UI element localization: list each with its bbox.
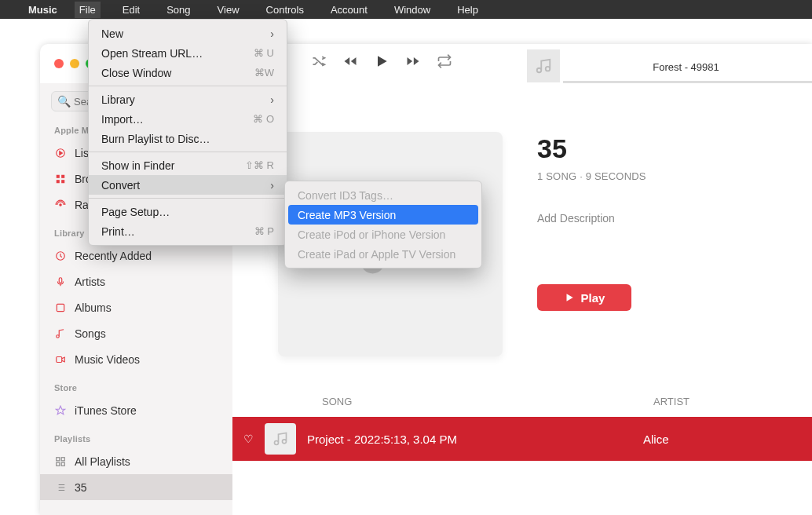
music-grid-icon	[54, 173, 67, 184]
sidebar-section-header: Store	[40, 378, 232, 397]
sidebar-item-label: Artists	[75, 276, 105, 288]
file-menu-item[interactable]: New›	[89, 24, 287, 43]
grid-icon	[54, 456, 67, 467]
sidebar-item-label: Music Videos	[75, 353, 140, 366]
content-area: 35 1 SONG · 9 SECONDS Add Description Pl…	[232, 83, 812, 515]
svg-rect-13	[61, 462, 64, 466]
table-header: SONG ARTIST	[232, 396, 812, 417]
svg-rect-12	[57, 462, 60, 466]
app-name[interactable]: Music	[28, 4, 57, 16]
file-menu-item[interactable]: Library›	[89, 89, 287, 109]
svg-rect-9	[57, 356, 62, 362]
window-close-button[interactable]	[54, 59, 64, 68]
sidebar-item[interactable]: 35	[40, 474, 232, 500]
menu-controls[interactable]: Controls	[262, 2, 309, 18]
menu-song[interactable]: Song	[162, 2, 195, 18]
sidebar-item-label: Songs	[75, 327, 106, 340]
album-description[interactable]: Add Description	[537, 212, 646, 225]
mic-icon	[54, 276, 67, 287]
svg-point-5	[60, 203, 61, 205]
convert-submenu-item: Create iPod or iPhone Version	[285, 225, 481, 244]
table-row[interactable]: ♡ Project - 2022:5:13, 3.04 PM Alice	[232, 417, 812, 461]
svg-rect-8	[57, 304, 64, 311]
search-icon: 🔍	[57, 95, 71, 108]
sidebar-item[interactable]: All Playlists	[40, 448, 232, 474]
menu-view[interactable]: View	[213, 2, 244, 18]
play-button[interactable]: Play	[537, 284, 631, 311]
file-menu-item[interactable]: Open Stream URL…⌘ U	[89, 43, 287, 63]
list-icon	[54, 482, 67, 493]
file-menu-item[interactable]: Convert›	[89, 175, 287, 195]
play-button-label: Play	[581, 291, 605, 305]
sidebar-item[interactable]: Songs	[40, 320, 232, 346]
col-header-song[interactable]: SONG	[322, 396, 653, 407]
sidebar-item[interactable]: Albums	[40, 294, 232, 320]
play-circle-icon	[54, 148, 67, 159]
now-playing-title: Forest - 49981	[560, 55, 812, 73]
svg-rect-4	[61, 180, 64, 183]
file-menu-item[interactable]: Import…⌘ O	[89, 109, 287, 129]
clock-icon	[54, 250, 67, 261]
file-menu-dropdown: New›Open Stream URL…⌘ UClose Window⌘WLib…	[88, 19, 287, 246]
window-minimize-button[interactable]	[70, 59, 79, 68]
sidebar-item[interactable]: Music Videos	[40, 346, 232, 372]
convert-submenu-item: Convert ID3 Tags…	[285, 185, 481, 205]
sidebar-section-header: Playlists	[40, 429, 232, 448]
svg-rect-11	[61, 457, 64, 460]
album-icon	[54, 302, 67, 313]
playback-controls	[311, 53, 452, 69]
file-menu-item[interactable]: Close Window⌘W	[89, 63, 287, 82]
convert-submenu: Convert ID3 Tags…Create MP3 VersionCreat…	[284, 181, 482, 268]
svg-rect-3	[57, 180, 60, 183]
svg-rect-10	[57, 457, 60, 460]
svg-rect-7	[59, 277, 62, 282]
star-icon	[54, 405, 67, 416]
album-info: 35 1 SONG · 9 SECONDS Add Description Pl…	[537, 132, 646, 311]
rewind-icon[interactable]	[342, 53, 358, 69]
convert-submenu-item: Create iPad or Apple TV Version	[285, 244, 481, 264]
sidebar-item-label: Recently Added	[75, 250, 152, 262]
sidebar-item[interactable]: Artists	[40, 268, 232, 294]
menubar: Music File Edit Song View Controls Accou…	[0, 0, 812, 19]
sidebar-item-label: All Playlists	[75, 455, 130, 468]
col-header-artist[interactable]: ARTIST	[653, 396, 689, 407]
file-menu-item[interactable]: Page Setup…	[89, 202, 287, 221]
album-subtitle: 1 SONG · 9 SECONDS	[537, 170, 646, 182]
sidebar-item-label: Albums	[75, 301, 112, 314]
track-table: SONG ARTIST ♡ Project - 2022:5:13, 3.04 …	[232, 396, 812, 461]
now-playing-artwork[interactable]	[527, 49, 560, 82]
sidebar-item-label: iTunes Store	[75, 404, 137, 417]
note-icon	[54, 328, 67, 339]
convert-submenu-item[interactable]: Create MP3 Version	[288, 205, 478, 225]
menu-window[interactable]: Window	[390, 2, 435, 18]
file-menu-item[interactable]: Show in Finder⇧⌘ R	[89, 155, 287, 175]
sidebar-item[interactable]: Recently Added	[40, 243, 232, 268]
menu-file[interactable]: File	[75, 2, 101, 18]
menu-help[interactable]: Help	[452, 2, 483, 18]
play-icon[interactable]	[374, 53, 390, 69]
video-icon	[54, 354, 67, 365]
radio-icon	[54, 199, 67, 210]
track-artist: Alice	[643, 433, 669, 446]
menu-edit[interactable]: Edit	[118, 2, 144, 18]
favorite-icon[interactable]: ♡	[243, 433, 254, 445]
file-menu-item[interactable]: Burn Playlist to Disc…	[89, 129, 287, 148]
svg-rect-1	[57, 174, 60, 177]
track-title: Project - 2022:5:13, 3.04 PM	[307, 433, 632, 446]
sidebar-item[interactable]: iTunes Store	[40, 397, 232, 423]
album-title: 35	[537, 133, 646, 164]
fastforward-icon[interactable]	[405, 53, 421, 69]
shuffle-icon[interactable]	[311, 53, 327, 69]
now-playing: Forest - 49981	[527, 44, 812, 83]
menu-account[interactable]: Account	[326, 2, 372, 18]
track-artwork	[265, 423, 296, 455]
repeat-icon[interactable]	[437, 53, 452, 69]
svg-rect-2	[61, 174, 64, 177]
file-menu-item[interactable]: Print…⌘ P	[89, 221, 287, 241]
sidebar-item-label: 35	[75, 481, 87, 494]
